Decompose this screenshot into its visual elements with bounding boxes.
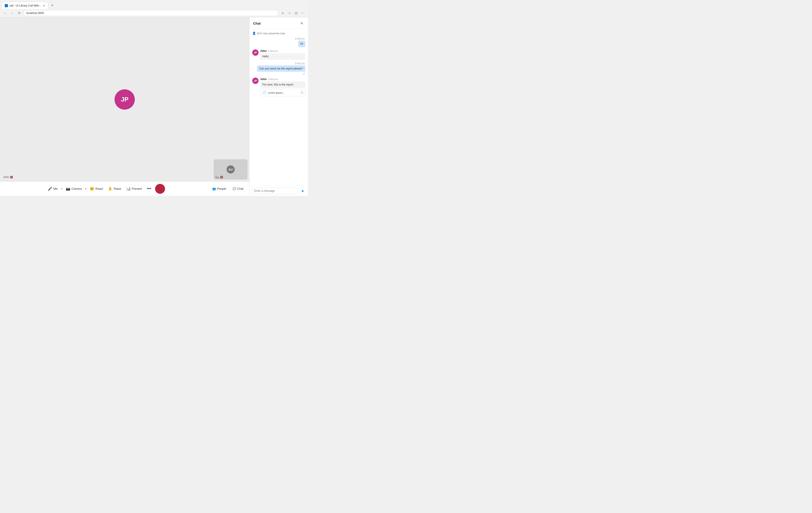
end-call-icon: 📞 (157, 186, 163, 191)
chat-messages: 👤 ACS User joined the chat. 1:42 p.m. Hi… (250, 29, 308, 186)
msg-2-time: 1:43 p.m. (268, 50, 279, 52)
participant-avatar: JP (115, 89, 135, 110)
mic-label: Mic (53, 187, 58, 190)
app: JP John 🔇 AU You 🔇 (0, 17, 308, 196)
ctrl-center-buttons: 🎤 Mic ▾ 📷 Camera ▾ 😊 React ✋ Raise (46, 184, 166, 194)
participant-name: John (3, 176, 9, 179)
tab-title: call - UI Library Call With... (9, 4, 41, 7)
chat-panel: Chat ✕ 👤 ACS User joined the chat. 1:42 … (249, 17, 308, 196)
present-icon: 📊 (126, 187, 131, 191)
chat-close-button[interactable]: ✕ (299, 21, 304, 26)
raise-icon: ✋ (108, 187, 113, 191)
more-icon: ••• (147, 186, 151, 191)
settings-button[interactable]: ⋯ (300, 10, 306, 16)
msg-4-sender: John (260, 78, 267, 81)
chat-header: Chat ✕ (250, 17, 308, 29)
self-label: You 🔇 (215, 176, 223, 179)
participant-initials: JP (121, 96, 128, 103)
self-mic-off-icon: 🔇 (220, 176, 223, 179)
raise-button[interactable]: ✋ Raise (106, 185, 123, 193)
chat-label: Chat (237, 187, 243, 190)
react-icon: 😊 (90, 187, 94, 191)
msg-4-bubble: For sure, this is the report (260, 81, 305, 88)
call-area: JP John 🔇 AU You 🔇 (0, 17, 249, 196)
msg-3-bubble: Can you send me the report please? (257, 65, 305, 72)
forward-button[interactable]: › (9, 10, 15, 16)
message-2: JP John 1:43 p.m. Hello (252, 49, 305, 60)
tab-bar: call - UI Library Call With... ✕ + (0, 0, 308, 9)
system-icon: 👤 (252, 32, 256, 35)
call-content: JP John 🔇 AU You 🔇 (0, 17, 249, 181)
browser-chrome: call - UI Library Call With... ✕ + ‹ › ↻… (0, 0, 308, 17)
reader-mode-button[interactable]: ≡ (280, 10, 286, 16)
msg-4-avatar: JP (252, 78, 259, 84)
chat-input-area: ➤ (250, 186, 308, 196)
self-view: AU You 🔇 (214, 159, 248, 180)
msg-2-sender: John (260, 49, 267, 53)
react-label: React (95, 187, 103, 190)
file-icon: 📄 (262, 90, 267, 95)
more-button[interactable]: ••• (145, 185, 153, 193)
send-button[interactable]: ➤ (299, 188, 306, 194)
self-name: You (215, 176, 219, 179)
message-3: 1:43 p.m. Can you send me the report ple… (252, 62, 305, 76)
mic-icon: 🎤 (48, 187, 52, 191)
camera-button[interactable]: 📷 Camera (64, 185, 84, 193)
msg-1-bubble: Hi (298, 40, 305, 47)
people-button[interactable]: 👥 People (209, 185, 229, 193)
mic-button[interactable]: 🎤 Mic (46, 185, 60, 193)
file-attachment: 📄 Lorem ipsum... ⬡ (260, 89, 305, 96)
people-label: People (217, 187, 226, 190)
msg-2-avatar: JP (252, 49, 259, 56)
address-text: localhost:3000 (26, 11, 44, 15)
address-bar[interactable]: localhost:3000 (24, 10, 279, 16)
tab-close-button[interactable]: ✕ (42, 4, 45, 7)
tab-favicon (5, 4, 8, 7)
call-controls: 🎤 Mic ▾ 📷 Camera ▾ 😊 React ✋ Raise (0, 181, 249, 196)
msg-2-content: John 1:43 p.m. Hello (260, 49, 305, 60)
chat-button[interactable]: 💬 Chat (230, 185, 246, 193)
raise-label: Raise (114, 187, 121, 190)
end-call-button[interactable]: 📞 (155, 184, 165, 194)
self-avatar: AU (227, 165, 235, 173)
nav-right-buttons: ≡ ☆ ⊡ ⋯ (280, 10, 306, 16)
file-name: Lorem ipsum... (268, 91, 299, 94)
camera-label: Camera (71, 187, 82, 190)
msg-2-header: John 1:43 p.m. (260, 49, 305, 53)
refresh-button[interactable]: ↻ (16, 10, 23, 16)
chat-title: Chat (253, 22, 261, 25)
present-button[interactable]: 📊 Present (124, 185, 144, 193)
chat-icon: 💬 (233, 187, 236, 190)
split-view-button[interactable]: ⊡ (293, 10, 299, 16)
ctrl-right-buttons: 👥 People 💬 Chat (209, 185, 246, 193)
chat-input[interactable] (252, 188, 298, 194)
msg-3-status: ✓ (303, 72, 305, 75)
react-button[interactable]: 😊 React (87, 185, 105, 193)
self-initials: AU (229, 168, 233, 171)
mic-off-icon: 🔇 (10, 176, 13, 179)
favorites-button[interactable]: ☆ (286, 10, 293, 16)
msg-3-time: 1:43 p.m. (295, 62, 305, 65)
msg-4-content: John 1:44 p.m. For sure, this is the rep… (260, 78, 305, 96)
message-4: JP John 1:44 p.m. For sure, this is the … (252, 78, 305, 96)
people-icon: 👥 (212, 187, 216, 190)
camera-chevron[interactable]: ▾ (85, 185, 87, 193)
active-tab[interactable]: call - UI Library Call With... ✕ (2, 2, 48, 9)
msg-4-header: John 1:44 p.m. (260, 78, 305, 81)
participant-label-bottom: John 🔇 (3, 176, 13, 179)
present-label: Present (132, 187, 142, 190)
camera-icon: 📷 (66, 187, 70, 191)
msg-1-time: 1:42 p.m. (295, 37, 305, 40)
msg-4-time: 1:44 p.m. (268, 78, 279, 81)
file-open-button[interactable]: ⬡ (301, 91, 303, 94)
back-button[interactable]: ‹ (2, 10, 8, 16)
browser-nav: ‹ › ↻ localhost:3000 ≡ ☆ ⊡ ⋯ (0, 9, 308, 17)
system-message-text: ACS User joined the chat. (257, 32, 286, 35)
mic-chevron[interactable]: ▾ (61, 185, 63, 193)
message-1: 1:42 p.m. Hi (252, 37, 305, 47)
msg-2-bubble: Hello (260, 53, 305, 60)
system-message: 👤 ACS User joined the chat. (252, 32, 305, 35)
new-tab-button[interactable]: + (49, 2, 55, 8)
